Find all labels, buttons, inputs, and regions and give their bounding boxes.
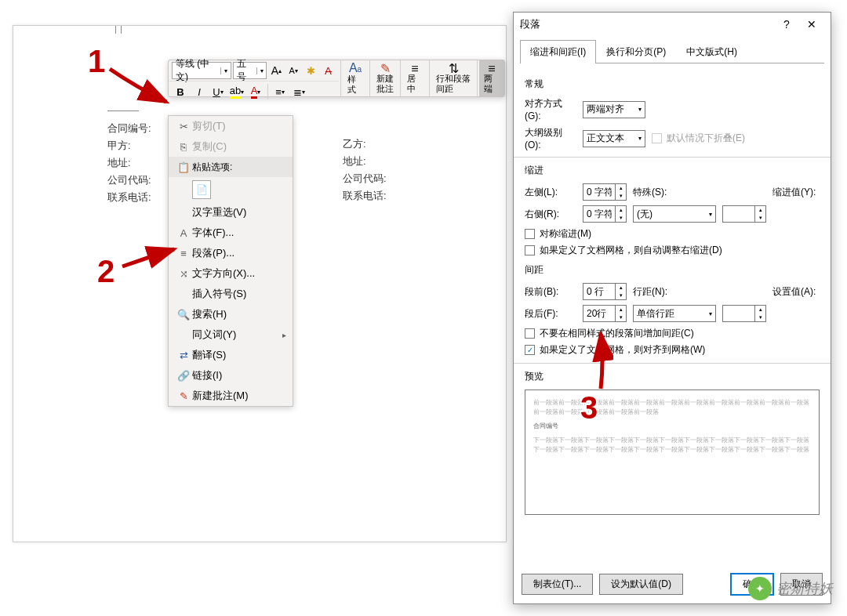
preview-box: 前一段落前一段落前一段落前一段落前一段落前一段落前一段落前一段落前一段落前一段落…: [525, 390, 820, 515]
number-list-button[interactable]: ≣▾: [290, 83, 307, 100]
mirror-indent-checkbox[interactable]: 对称缩进(M): [525, 227, 820, 241]
copy-icon: ⎘: [175, 141, 192, 153]
close-icon: ✕: [807, 18, 816, 31]
bullet-list-button[interactable]: ≡▾: [271, 83, 289, 100]
special-label: 特殊(S):: [633, 186, 680, 199]
format-painter-button[interactable]: ✱: [303, 62, 318, 79]
ctx-copy[interactable]: ⎘复制(C): [169, 136, 293, 157]
ctx-translate[interactable]: ⇄翻译(S): [169, 345, 293, 365]
field-party-a: 甲方:: [107, 137, 151, 154]
ctx-paste-options-row: 📄: [169, 177, 293, 202]
align-justify-button[interactable]: ≡ 两端: [479, 60, 504, 96]
ctx-reconvert[interactable]: 汉字重选(V): [169, 202, 293, 223]
dialog-titlebar[interactable]: 段落 ? ✕: [514, 13, 831, 36]
mini-toolbar: 等线 (中文)▾ 五号▾ A▴ A▾ ✱ A̶ B I U▾ ab▾ A▾ ≡▾…: [168, 60, 505, 97]
snap-to-grid-checkbox[interactable]: ✓如果定义了文档网格，则对齐到网格(W): [525, 343, 820, 357]
tab-line-breaks[interactable]: 换行和分页(P): [596, 40, 676, 63]
bold-button[interactable]: B: [172, 83, 189, 100]
font-color-button[interactable]: A▾: [247, 83, 264, 100]
doc-left-column[interactable]: 合同编号: 甲方: 地址: 公司代码: 联系电话:: [107, 120, 151, 206]
styles-button[interactable]: Aa 样式: [343, 60, 368, 96]
section-general-title: 常规: [525, 78, 820, 91]
font-size-combo[interactable]: 五号▾: [233, 62, 267, 79]
section-indent-title: 缩进: [525, 164, 820, 177]
link-icon: 🔗: [175, 370, 192, 382]
highlight-button[interactable]: ab▾: [228, 83, 245, 100]
line-spacing-button[interactable]: ⇅ 行和段落 间距: [431, 60, 475, 96]
field-address-b: 地址:: [343, 153, 387, 170]
ctx-text-direction[interactable]: ⤭文字方向(X)...: [169, 263, 293, 284]
outline-dropdown[interactable]: 正文文本▾: [583, 130, 645, 147]
align-justify-icon: ≡: [488, 63, 495, 74]
align-center-icon: ≡: [411, 63, 418, 74]
space-after-spinner[interactable]: ▴▾: [583, 305, 627, 322]
ctx-link[interactable]: 🔗链接(I): [169, 365, 293, 386]
field-address-a: 地址:: [107, 154, 151, 172]
comment-icon: ✎: [380, 63, 391, 74]
translate-icon: ⇄: [175, 350, 192, 361]
indent-right-spinner[interactable]: ▴▾: [583, 205, 627, 223]
new-comment-button[interactable]: ✎ 新建 批注: [372, 60, 398, 96]
close-button[interactable]: ✕: [799, 18, 824, 31]
tabs-button[interactable]: 制表位(T)...: [522, 574, 593, 595]
no-space-same-style-checkbox[interactable]: 不要在相同样式的段落间增加间距(C): [525, 327, 820, 340]
font-icon: A: [175, 227, 192, 239]
field-phone-a: 联系电话:: [107, 189, 151, 206]
setting-value-spinner[interactable]: ▴▾: [722, 305, 766, 322]
section-spacing-title: 间距: [525, 263, 820, 277]
context-menu: ✂剪切(T) ⎘复制(C) 📋粘贴选项: 📄 汉字重选(V) A字体(F)...…: [168, 115, 293, 407]
help-button[interactable]: ?: [774, 18, 799, 31]
align-center-button[interactable]: ≡ 居中: [402, 60, 427, 96]
field-contract-no: 合同编号:: [107, 120, 151, 137]
field-phone-b: 联系电话:: [343, 187, 387, 205]
line-spacing-dropdown[interactable]: 单倍行距▾: [633, 305, 716, 322]
ctx-new-comment[interactable]: ✎新建批注(M): [169, 386, 293, 406]
font-name-combo[interactable]: 等线 (中文)▾: [172, 62, 231, 79]
grow-font-button[interactable]: A▴: [268, 62, 284, 79]
ctx-search[interactable]: 🔍搜索(H): [169, 304, 293, 324]
cancel-button[interactable]: 取消: [780, 573, 823, 596]
section-preview-title: 预览: [525, 370, 820, 383]
field-party-b: 乙方:: [343, 136, 387, 153]
search-icon: 🔍: [175, 309, 192, 321]
alignment-dropdown[interactable]: 两端对齐▾: [583, 101, 645, 118]
section-break-line: [107, 111, 139, 111]
field-company-code-a: 公司代码:: [107, 172, 151, 189]
space-before-label: 段前(B):: [525, 285, 576, 299]
comment-icon: ✎: [175, 390, 192, 402]
ctx-cut[interactable]: ✂剪切(T): [169, 116, 293, 136]
special-dropdown[interactable]: (无)▾: [633, 205, 716, 223]
space-before-spinner[interactable]: ▴▾: [583, 283, 627, 300]
cut-icon: ✂: [175, 121, 192, 132]
ctx-synonyms[interactable]: 同义词(Y)▸: [169, 324, 293, 345]
paragraph-icon: ≡: [175, 248, 192, 259]
ctx-paragraph[interactable]: ≡段落(P)...: [169, 243, 293, 263]
ctx-insert-symbol[interactable]: 插入符号(S): [169, 284, 293, 304]
field-company-code-b: 公司代码:: [343, 170, 387, 187]
shrink-font-button[interactable]: A▾: [285, 62, 301, 79]
line-spacing-icon: ⇅: [449, 63, 459, 74]
ruler-marker: [115, 26, 122, 34]
ctx-paste-options-heading: 📋粘贴选项:: [169, 157, 293, 177]
indent-value-spinner[interactable]: ▴▾: [722, 205, 766, 223]
ctx-font[interactable]: A字体(F)...: [169, 223, 293, 243]
chevron-down-icon: ▾: [709, 310, 712, 317]
setting-value-label: 设置值(A):: [772, 285, 820, 299]
paste-icon: 📋: [175, 161, 192, 173]
indent-left-label: 左侧(L):: [525, 186, 576, 199]
space-after-label: 段后(F):: [525, 307, 576, 321]
indent-left-spinner[interactable]: ▴▾: [583, 183, 627, 201]
paste-keep-text-button[interactable]: 📄: [192, 180, 211, 199]
collapsed-checkbox: 默认情况下折叠(E): [652, 132, 745, 145]
underline-button[interactable]: U▾: [209, 83, 227, 100]
tab-indent-spacing[interactable]: 缩进和间距(I): [520, 40, 596, 63]
chevron-down-icon: ▾: [709, 211, 712, 218]
italic-button[interactable]: I: [191, 83, 208, 100]
ok-button[interactable]: 确定: [730, 573, 774, 596]
set-default-button[interactable]: 设为默认值(D): [599, 574, 683, 595]
dialog-footer: 制表位(T)... 设为默认值(D) 确定 取消: [514, 565, 831, 603]
clear-formatting-button[interactable]: A̶: [320, 62, 336, 79]
tab-chinese-layout[interactable]: 中文版式(H): [676, 40, 747, 63]
auto-adjust-indent-checkbox[interactable]: 如果定义了文档网格，则自动调整右缩进(D): [525, 244, 820, 257]
doc-right-column[interactable]: 乙方: 地址: 公司代码: 联系电话:: [343, 136, 387, 205]
